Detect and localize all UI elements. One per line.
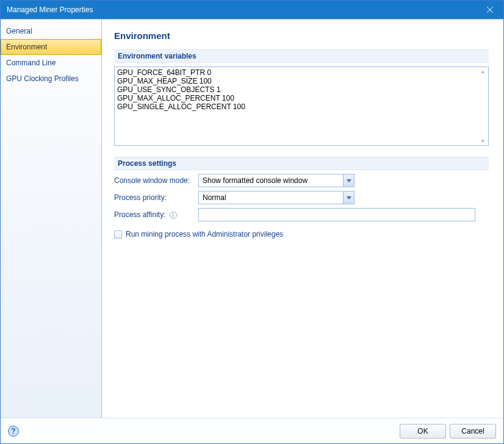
sidebar-item-general[interactable]: General	[1, 23, 101, 39]
admin-privileges-label: Run mining process with Administrator pr…	[126, 230, 283, 238]
sidebar-item-gpu-clocking-profiles[interactable]: GPU Clocking Profiles	[1, 71, 101, 87]
console-mode-combo[interactable]	[198, 174, 355, 187]
env-vars-textarea[interactable]	[115, 67, 488, 145]
sidebar-item-environment[interactable]: Environment	[1, 39, 101, 55]
console-mode-input[interactable]	[199, 174, 343, 187]
console-mode-label: Console window mode:	[114, 176, 198, 185]
sidebar-item-label: Environment	[6, 43, 47, 51]
row-console-mode: Console window mode:	[114, 174, 489, 187]
process-priority-combo[interactable]	[198, 191, 355, 204]
sidebar-item-label: GPU Clocking Profiles	[6, 74, 79, 83]
dialog-footer: ? OK Cancel	[1, 418, 503, 443]
info-icon[interactable]: i	[170, 212, 177, 219]
titlebar: Managed Miner Properties	[1, 1, 503, 19]
process-priority-input[interactable]	[199, 192, 343, 204]
process-priority-label: Process priority:	[114, 193, 198, 202]
group-process-settings: Process settings	[114, 157, 489, 170]
close-button[interactable]	[477, 1, 503, 19]
process-affinity-label: Process affinity: i	[114, 210, 198, 219]
window-title: Managed Miner Properties	[7, 5, 477, 14]
page-title: Environment	[114, 30, 489, 41]
ok-button[interactable]: OK	[400, 424, 446, 439]
console-mode-dropdown-button[interactable]	[343, 174, 354, 187]
sidebar-item-label: Command Line	[6, 59, 56, 67]
main-panel: Environment Environment variables ▴ ▾ Pr…	[102, 20, 503, 418]
sidebar: General Environment Command Line GPU Clo…	[1, 20, 102, 418]
dialog-body: General Environment Command Line GPU Clo…	[1, 19, 503, 418]
dialog-window: Managed Miner Properties General Environ…	[0, 0, 504, 444]
row-process-affinity: Process affinity: i	[114, 208, 489, 221]
help-button[interactable]: ?	[8, 426, 19, 437]
close-icon	[487, 7, 493, 13]
sidebar-item-command-line[interactable]: Command Line	[1, 55, 101, 71]
group-environment-variables: Environment variables	[114, 49, 489, 63]
svg-marker-2	[347, 179, 351, 182]
help-icon: ?	[11, 427, 15, 435]
env-vars-field-wrap: ▴ ▾	[114, 66, 489, 146]
cancel-button[interactable]: Cancel	[450, 424, 496, 439]
process-affinity-input[interactable]	[198, 208, 475, 221]
svg-marker-3	[347, 196, 351, 199]
row-process-priority: Process priority:	[114, 191, 489, 204]
chevron-down-icon	[347, 196, 351, 199]
chevron-down-icon	[347, 179, 351, 182]
process-affinity-label-text: Process affinity:	[114, 210, 165, 219]
process-priority-dropdown-button[interactable]	[343, 192, 354, 204]
sidebar-item-label: General	[6, 27, 32, 35]
row-admin-privileges: Run mining process with Administrator pr…	[114, 230, 489, 238]
admin-privileges-checkbox[interactable]	[114, 231, 122, 238]
